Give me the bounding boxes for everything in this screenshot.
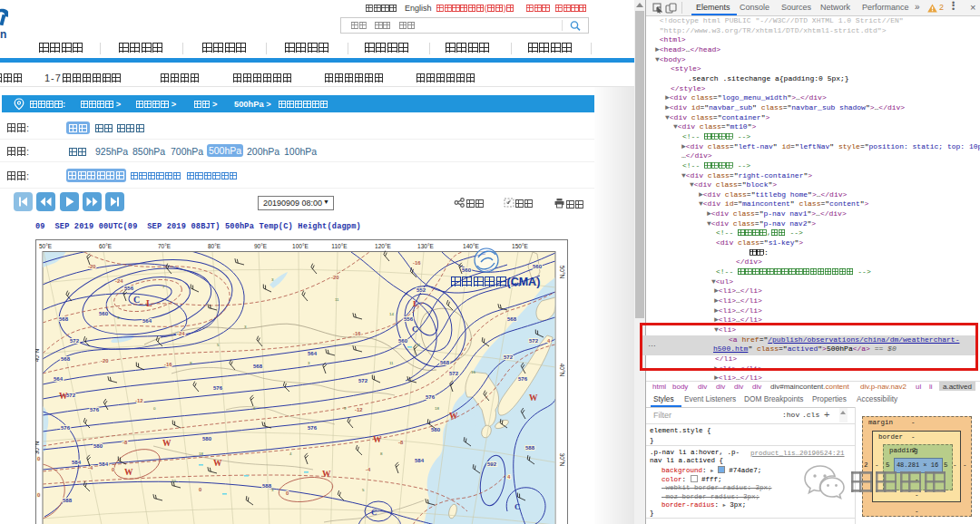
svg-text:16: 16 xyxy=(471,370,475,374)
svg-text:576: 576 xyxy=(61,425,71,431)
svg-text:584: 584 xyxy=(72,460,82,465)
svg-text:0: 0 xyxy=(199,487,201,492)
svg-text:572: 572 xyxy=(358,378,368,383)
svg-text:576: 576 xyxy=(518,376,528,382)
svg-text:W: W xyxy=(213,459,222,468)
svg-text:568: 568 xyxy=(61,356,71,362)
svg-text:580: 580 xyxy=(93,443,103,449)
svg-text:-12: -12 xyxy=(355,407,362,412)
svg-text:568: 568 xyxy=(507,316,517,322)
svg-text:552: 552 xyxy=(416,287,426,293)
svg-text:40°N: 40°N xyxy=(559,364,565,377)
svg-text:140°E: 140°E xyxy=(463,243,479,249)
svg-text:-4: -4 xyxy=(366,467,371,472)
svg-text:W: W xyxy=(322,470,331,479)
svg-text:C: C xyxy=(514,502,521,511)
svg-text:584: 584 xyxy=(99,461,109,467)
svg-text:564: 564 xyxy=(54,376,64,382)
svg-text:-16: -16 xyxy=(413,260,421,266)
svg-text:576: 576 xyxy=(426,394,436,400)
svg-text:W: W xyxy=(162,439,172,448)
svg-text:L: L xyxy=(413,299,418,308)
svg-text:18: 18 xyxy=(199,451,203,456)
svg-text:572: 572 xyxy=(529,338,539,344)
svg-text:572: 572 xyxy=(66,393,76,398)
svg-text:572: 572 xyxy=(449,371,459,376)
svg-text:60°E: 60°E xyxy=(99,243,113,249)
svg-text:14: 14 xyxy=(389,312,394,316)
svg-text:588: 588 xyxy=(63,498,73,503)
svg-text:50°E: 50°E xyxy=(39,243,53,249)
svg-text:80°E: 80°E xyxy=(208,243,221,249)
svg-text:580: 580 xyxy=(202,436,212,442)
svg-text:0: 0 xyxy=(112,467,114,472)
svg-text:90°E: 90°E xyxy=(254,243,268,249)
svg-text:150°E: 150°E xyxy=(512,243,528,249)
svg-text:-12: -12 xyxy=(135,398,142,403)
svg-text:564: 564 xyxy=(142,318,152,324)
svg-text:11: 11 xyxy=(389,361,394,365)
svg-text:568: 568 xyxy=(440,360,450,365)
svg-text:564: 564 xyxy=(308,351,318,356)
svg-text:560: 560 xyxy=(462,267,472,273)
svg-text:560: 560 xyxy=(533,264,543,269)
svg-text:588: 588 xyxy=(525,445,535,451)
svg-text:0: 0 xyxy=(37,456,40,461)
svg-text:100°E: 100°E xyxy=(292,243,309,249)
svg-text:576: 576 xyxy=(213,385,223,391)
svg-text:556: 556 xyxy=(404,316,414,322)
svg-text:70°E: 70°E xyxy=(158,243,172,249)
svg-text:592: 592 xyxy=(487,461,497,467)
svg-text:568: 568 xyxy=(253,364,263,369)
svg-text:584: 584 xyxy=(415,458,425,463)
svg-text:W: W xyxy=(59,392,68,401)
svg-text:W: W xyxy=(449,412,458,421)
svg-text:-24: -24 xyxy=(115,278,123,284)
svg-text:-24: -24 xyxy=(177,331,185,336)
svg-text:C: C xyxy=(371,508,377,517)
svg-text:576: 576 xyxy=(308,425,318,431)
svg-text:W: W xyxy=(529,393,538,403)
svg-text:120°E: 120°E xyxy=(375,243,391,249)
svg-text:-16: -16 xyxy=(164,362,172,367)
svg-text:560: 560 xyxy=(99,311,109,316)
svg-text:30°N: 30°N xyxy=(35,441,40,454)
svg-text:-16: -16 xyxy=(353,331,361,336)
svg-text:-20: -20 xyxy=(331,275,338,280)
svg-text:50°N: 50°N xyxy=(559,266,565,279)
svg-text:C: C xyxy=(133,295,140,305)
svg-text:W: W xyxy=(124,468,133,477)
svg-text:30°N: 30°N xyxy=(559,453,565,467)
svg-text:580: 580 xyxy=(431,427,441,432)
svg-text:W: W xyxy=(373,435,382,444)
svg-text:110°E: 110°E xyxy=(331,243,348,249)
svg-text:10: 10 xyxy=(172,479,176,483)
svg-text:11: 11 xyxy=(416,343,421,347)
svg-text:40°N: 40°N xyxy=(35,348,40,362)
svg-text:L: L xyxy=(146,298,152,308)
svg-text:-20: -20 xyxy=(101,358,108,364)
svg-text:572: 572 xyxy=(70,338,80,344)
svg-text:C: C xyxy=(412,325,418,334)
svg-text:-20: -20 xyxy=(88,264,95,269)
svg-text:0: 0 xyxy=(286,490,289,496)
svg-text:560: 560 xyxy=(398,338,408,344)
svg-text:11: 11 xyxy=(335,297,339,302)
svg-text:572: 572 xyxy=(504,354,514,360)
svg-text:0: 0 xyxy=(37,492,40,498)
svg-text:-4: -4 xyxy=(88,465,93,471)
svg-text:576: 576 xyxy=(90,407,100,412)
svg-text:-8: -8 xyxy=(122,440,128,445)
svg-text:130°E: 130°E xyxy=(417,243,434,249)
svg-text:-8: -8 xyxy=(398,440,404,445)
svg-text:18: 18 xyxy=(435,406,439,411)
svg-text:568: 568 xyxy=(59,316,69,322)
